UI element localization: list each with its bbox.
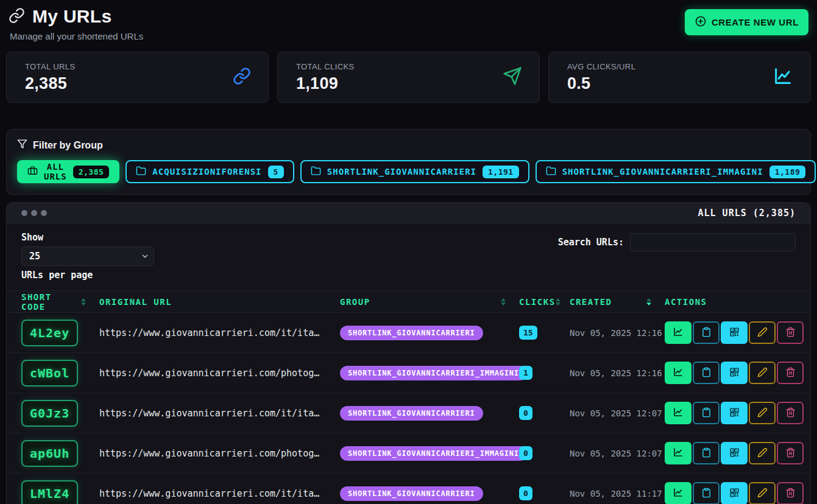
analytics-icon [673,366,684,379]
analytics-button[interactable] [665,362,691,384]
qr-code-icon [729,447,740,460]
delete-button[interactable] [777,321,804,344]
original-url-text: https://www.giovannicarrieri.com/it/ita… [99,488,340,499]
panel-title-bar: ALL URLS (2,385) [7,203,810,223]
filter-button-acquisizioniforensi[interactable]: ACQUISIZIONIFORENSI 5 [126,160,294,183]
edit-button[interactable] [749,482,776,504]
copy-button[interactable] [693,482,720,504]
filter-button-label: SHORTLINK_GIOVANNICARRIERI_IMMAGINI [562,167,763,177]
window-dot-icon [31,210,37,216]
folder-icon [136,166,146,178]
link-icon [9,7,25,26]
line-chart-icon [773,66,793,89]
edit-button[interactable] [749,321,776,344]
stat-card-total-urls: TOTAL URLS 2,385 [6,52,269,103]
trash-icon [785,488,796,500]
sort-arrows-icon [81,298,86,306]
clipboard-icon [701,447,712,460]
delete-button[interactable] [777,442,804,464]
column-header-clicks[interactable]: CLICKS [519,297,570,307]
filter-button-shortlink-giovannicarrieri[interactable]: SHORTLINK_GIOVANNICARRIERI 1,191 [300,160,529,183]
clipboard-icon [701,327,712,339]
column-header-group[interactable]: GROUP [340,297,519,307]
qr-code-button[interactable] [721,321,748,344]
filter-button-shortlink-giovannicarrieri-immagini[interactable]: SHORTLINK_GIOVANNICARRIERI_IMMAGINI 1,18… [536,160,816,183]
window-dots-icon [21,210,47,216]
stat-card-avg-clicks: AVG CLICKS/URL 0.5 [548,52,811,103]
pencil-icon [757,407,768,419]
short-code-link[interactable]: 4L2ey [21,320,78,346]
delete-button[interactable] [777,402,804,424]
stats-row: TOTAL URLS 2,385 TOTAL CLICKS 1,109 AVG … [0,52,817,103]
clipboard-icon [701,407,712,419]
column-label: SHORT CODE [21,292,81,312]
sort-arrows-icon [556,298,561,306]
trash-icon [785,447,796,460]
clicks-badge: 1 [519,366,532,380]
per-page-suffix-label: URLs per page [21,270,796,281]
delete-button[interactable] [777,362,804,384]
table-body: 4L2ey https://www.giovannicarrieri.com/i… [7,313,810,504]
analytics-button[interactable] [665,442,691,464]
qr-code-button[interactable] [721,442,748,464]
column-label: CREATED [570,297,612,307]
analytics-button[interactable] [665,402,691,424]
group-badge: SHORTLINK_GIOVANNICARRIERI_IMMAGINI [340,366,527,380]
table-row: LMlZ4 https://www.giovannicarrieri.com/i… [7,474,810,504]
stat-label: TOTAL CLICKS [296,62,355,71]
qr-code-icon [729,407,740,419]
filter-button-all-urls[interactable]: ALL URLS 2,385 [17,160,119,183]
table-row: G0Jz3 https://www.giovannicarrieri.com/i… [7,393,810,433]
short-code-link[interactable]: G0Jz3 [21,400,78,427]
page-subtitle: Manage all your shortened URLs [10,31,143,41]
create-new-url-label: CREATE NEW URL [712,17,799,27]
analytics-button[interactable] [665,482,691,504]
page-header: My URLs Manage all your shortened URLs C… [0,0,817,41]
copy-button[interactable] [693,402,720,424]
analytics-icon [673,407,684,419]
analytics-icon [673,326,684,339]
delete-button[interactable] [777,482,804,504]
qr-code-button[interactable] [721,362,748,384]
group-badge: SHORTLINK_GIOVANNICARRIERI [340,326,483,340]
filter-panel: Filter by Group ALL URLS 2,385 ACQUISIZI… [6,129,811,195]
filter-button-label: SHORTLINK_GIOVANNICARRIERI [327,167,476,177]
window-dot-icon [21,210,27,216]
original-url-text: https://www.giovannicarrieri.com/it/ita… [99,327,340,338]
trash-icon [785,407,796,419]
group-badge: SHORTLINK_GIOVANNICARRIERI [340,406,483,421]
qr-code-button[interactable] [721,482,748,504]
page-title: My URLs [32,6,111,27]
column-header-original-url: ORIGINAL URL [99,297,340,307]
edit-button[interactable] [749,442,776,464]
per-page-select[interactable]: 25 [21,247,154,266]
copy-button[interactable] [693,362,720,384]
create-new-url-button[interactable]: CREATE NEW URL [685,9,808,35]
trash-icon [785,367,796,379]
filter-title: Filter by Group [33,140,103,151]
short-code-link[interactable]: ap6Uh [21,440,78,467]
table-header-row: SHORT CODE ORIGINAL URL GROUP CLICKS CRE… [7,290,810,313]
filter-count-badge: 5 [268,166,284,178]
edit-button[interactable] [749,402,776,424]
copy-button[interactable] [693,442,720,464]
copy-button[interactable] [693,321,720,344]
qr-code-button[interactable] [721,402,748,424]
short-code-link[interactable]: cWBol [21,360,78,387]
table-row: cWBol https://www.giovannicarrieri.com/p… [7,353,810,393]
stat-card-total-clicks: TOTAL CLICKS 1,109 [277,52,540,103]
short-code-link[interactable]: LMlZ4 [21,480,78,504]
panel-title: ALL URLS (2,385) [698,208,796,219]
edit-button[interactable] [749,362,776,384]
filter-count-badge: 1,191 [483,166,519,178]
group-badge: SHORTLINK_GIOVANNICARRIERI_IMMAGINI [340,446,527,461]
pencil-icon [757,327,768,339]
column-header-short-code[interactable]: SHORT CODE [21,292,99,312]
sort-arrows-icon [646,298,651,306]
analytics-button[interactable] [665,321,691,344]
column-header-created[interactable]: CREATED [570,297,665,307]
analytics-icon [673,487,684,500]
search-input[interactable] [630,233,796,251]
row-actions [665,442,804,464]
clicks-badge: 0 [519,486,532,500]
